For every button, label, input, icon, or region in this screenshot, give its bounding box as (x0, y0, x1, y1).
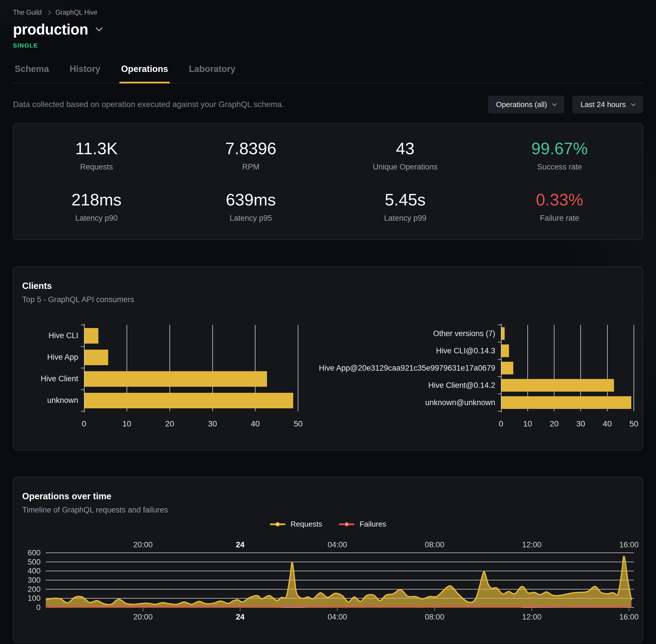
bar (85, 350, 108, 365)
stat-latency-p99: 5.45s Latency p99 (328, 190, 483, 223)
clients-charts-row: Hive CLIHive AppHive Clientunknown 01020… (22, 325, 634, 431)
operations-card-title: Operations over time (22, 491, 634, 502)
stat-latency-p95: 639ms Latency p95 (174, 190, 328, 223)
stat-success-rate: 99.67% Success rate (483, 139, 637, 171)
stat-value: 0.33% (483, 190, 637, 209)
stat-label: RPM (174, 163, 328, 171)
spacer (310, 411, 501, 431)
x-axis-tick-label: 0 (82, 419, 86, 429)
legend-label: Failures (360, 520, 386, 529)
stat-value: 99.67% (483, 139, 637, 158)
bar-category-label: unknown@unknown (310, 394, 495, 411)
y-axis-label: 100 (28, 594, 41, 603)
stat-label: Latency p95 (174, 214, 328, 223)
bar-category-label: Other versions (7) (310, 325, 495, 342)
requests-series-icon (270, 520, 285, 529)
x-axis-tick-label: 50 (294, 419, 303, 429)
page-title: production (13, 21, 88, 38)
legend-item-requests[interactable]: Requests (270, 520, 322, 529)
time-axis-label: 20:00 (133, 613, 153, 622)
timeline-bottom-axis: 20:002404:0008:0012:0016:00 (46, 607, 634, 624)
stats-card: 11.3K Requests 7.8396 RPM 43 Unique Oper… (13, 123, 643, 240)
y-axis-label: 200 (28, 585, 41, 594)
y-axis-tick (498, 394, 501, 394)
time-axis-label: 12:00 (522, 613, 541, 622)
stat-label: Latency p99 (328, 214, 483, 223)
bar-category-label: Hive App (22, 346, 78, 368)
y-axis-tick (81, 411, 84, 412)
tab-history[interactable]: History (68, 60, 102, 84)
tab-operations[interactable]: Operations (119, 60, 170, 84)
stat-value: 639ms (174, 190, 328, 209)
chevron-down-icon (631, 101, 636, 106)
bar (501, 327, 505, 340)
timeline-svg (46, 553, 634, 612)
header: The Guild GraphQL Hive production SINGLE… (0, 0, 656, 84)
time-axis-label: 16:00 (619, 613, 639, 622)
timeline-y-axis: 0100200300400500600 (22, 553, 46, 607)
operations-page: Data collected based on operation execut… (0, 95, 656, 643)
graphql-hive-dashboard: The Guild GraphQL Hive production SINGLE… (0, 0, 656, 643)
stat-latency-p90: 218ms Latency p90 (19, 190, 174, 223)
chevron-down-icon[interactable] (96, 24, 103, 31)
y-axis-label: 0 (36, 603, 41, 612)
gridline (298, 325, 298, 411)
operations-card-subtitle: Timeline of GraphQL requests and failure… (22, 506, 634, 514)
bar (501, 396, 631, 409)
tab-bar: Schema History Operations Laboratory (13, 60, 643, 84)
stat-label: Latency p90 (19, 214, 174, 223)
bar-category-label: Hive App@20e3129caa921c35e9979631e17a067… (310, 360, 495, 377)
stat-value: 218ms (19, 190, 174, 209)
stat-value: 11.3K (19, 139, 174, 158)
timeline-plot-area (46, 553, 634, 607)
operations-over-time-card: Operations over time Timeline of GraphQL… (13, 477, 643, 643)
stat-value: 43 (328, 139, 483, 158)
period-filter-button[interactable]: Last 24 hours (572, 95, 643, 113)
legend-label: Requests (290, 520, 322, 529)
bar-category-label: Hive Client@0.14.2 (310, 377, 495, 394)
bar-x-axis: 01020304050 (84, 419, 298, 431)
x-axis-tick-label: 0 (499, 419, 503, 429)
x-axis-tick-label: 10 (122, 419, 131, 429)
bar-category-labels: Hive CLIHive AppHive Clientunknown (22, 325, 84, 411)
filter-buttons: Operations (all) Last 24 hours (488, 95, 643, 113)
time-axis-label: 08:00 (425, 540, 445, 549)
y-axis-tick (81, 389, 84, 390)
stat-value: 7.8396 (174, 139, 328, 158)
x-axis-tick-label: 20 (549, 419, 559, 429)
clients-by-version-chart: Other versions (7)Hive CLI@0.14.3Hive Ap… (310, 325, 634, 431)
bar (85, 328, 98, 344)
x-axis-tick-label: 50 (629, 419, 638, 429)
x-axis-tick-label: 40 (603, 419, 612, 429)
clients-by-name-chart: Hive CLIHive AppHive Clientunknown 01020… (22, 325, 310, 431)
x-axis-tick-label: 40 (251, 419, 260, 429)
requests-area (46, 556, 632, 607)
y-axis-label: 300 (28, 576, 41, 585)
chevron-down-icon (552, 101, 557, 106)
time-axis-label: 04:00 (328, 613, 347, 622)
tab-schema[interactable]: Schema (13, 60, 51, 84)
tab-laboratory[interactable]: Laboratory (187, 60, 237, 84)
bar-category-labels: Other versions (7)Hive CLI@0.14.3Hive Ap… (310, 325, 501, 411)
operations-filter-label: Operations (all) (496, 100, 547, 109)
bar-category-label: Hive CLI (22, 325, 78, 346)
stat-value: 5.45s (328, 190, 483, 209)
time-axis-label: 16:00 (619, 540, 639, 549)
spacer (22, 411, 84, 431)
y-axis-tick (498, 342, 501, 342)
y-axis-tick (498, 411, 501, 412)
stat-label: Requests (19, 163, 174, 171)
breadcrumb-org-link[interactable]: The Guild (13, 9, 42, 16)
stat-label: Failure rate (483, 214, 637, 223)
bar-x-axis: 01020304050 (501, 419, 634, 431)
operations-filter-button[interactable]: Operations (all) (488, 95, 564, 113)
breadcrumb: The Guild GraphQL Hive (13, 0, 643, 16)
y-axis-tick (498, 325, 501, 325)
y-axis-tick (498, 376, 501, 377)
title-row: production (13, 21, 643, 38)
breadcrumb-project-link[interactable]: GraphQL Hive (55, 9, 97, 16)
y-axis-tick (81, 346, 84, 347)
legend-item-failures[interactable]: Failures (339, 520, 386, 529)
y-axis-tick (81, 325, 84, 325)
bar-category-label: Hive CLI@0.14.3 (310, 342, 495, 360)
